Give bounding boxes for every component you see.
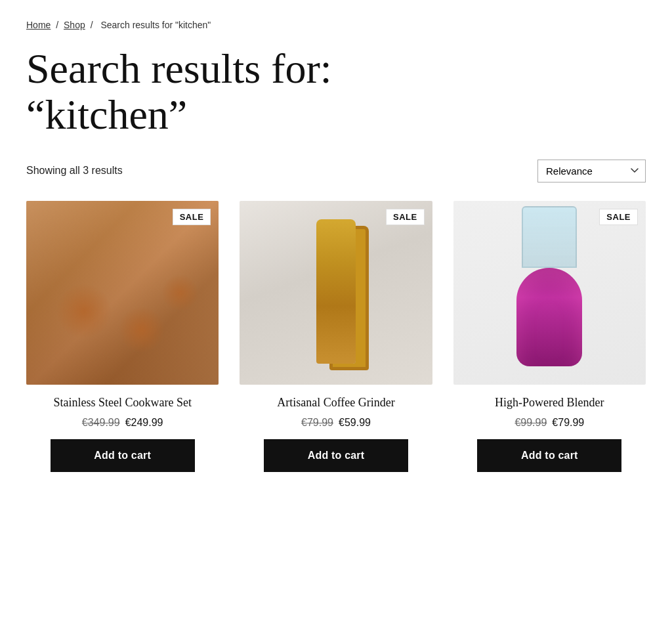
price-sale-cookware: €249.99 [125,417,163,429]
sale-badge-grinder: SALE [386,209,425,225]
product-card-cookware: SALE Stainless Steel Cookware Set €349.9… [26,201,219,472]
product-card-blender: SALE High-Powered Blender €99.99 €79.99 … [453,201,646,472]
price-wrapper-grinder: €79.99 €59.99 [301,417,371,429]
product-image-wrapper-grinder: SALE [240,201,432,385]
sale-badge-blender: SALE [599,209,638,225]
product-image-cookware [26,201,219,385]
product-name-grinder: Artisanal Coffee Grinder [277,395,395,410]
product-image-grinder [240,201,432,385]
price-original-cookware: €349.99 [82,417,120,429]
add-to-cart-button-blender[interactable]: Add to cart [477,439,621,472]
breadcrumb-home-link[interactable]: Home [26,20,51,30]
results-count: Showing all 3 results [26,165,123,177]
product-image-blender [453,201,646,385]
sale-badge-cookware: SALE [173,209,211,225]
results-bar: Showing all 3 results Relevance Price: l… [26,160,646,183]
breadcrumb-shop-link[interactable]: Shop [64,20,85,30]
product-card-grinder: SALE Artisanal Coffee Grinder €79.99 €59… [240,201,432,472]
price-sale-blender: €79.99 [552,417,584,429]
add-to-cart-button-grinder[interactable]: Add to cart [264,439,408,472]
products-grid: SALE Stainless Steel Cookware Set €349.9… [26,201,646,472]
price-sale-grinder: €59.99 [339,417,371,429]
price-wrapper-blender: €99.99 €79.99 [514,417,584,429]
breadcrumb: Home / Shop / Search results for "kitche… [26,20,646,30]
sort-select[interactable]: Relevance Price: low to high Price: high… [537,160,646,183]
product-image-wrapper-blender: SALE [453,201,646,385]
product-name-cookware: Stainless Steel Cookware Set [53,395,191,410]
add-to-cart-button-cookware[interactable]: Add to cart [51,439,195,472]
price-original-grinder: €79.99 [301,417,333,429]
breadcrumb-current: Search results for "kitchen" [100,20,211,30]
product-image-wrapper-cookware: SALE [26,201,219,385]
price-wrapper-cookware: €349.99 €249.99 [82,417,163,429]
price-original-blender: €99.99 [514,417,547,429]
page-title: Search results for: “kitchen” [26,46,646,139]
product-name-blender: High-Powered Blender [495,395,604,410]
